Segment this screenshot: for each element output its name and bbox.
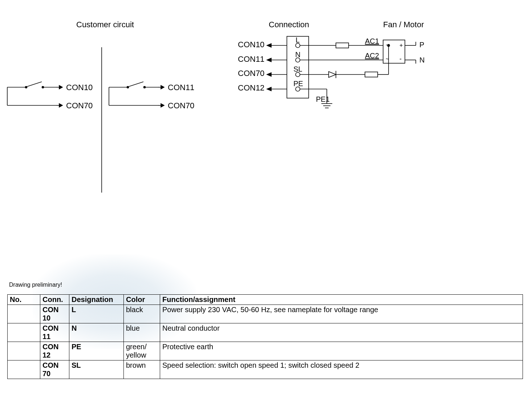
th-func: Function/assignment [160,295,523,305]
cell-func: Speed selection: switch open speed 1; sw… [160,360,523,379]
terminal-PE: PE [293,80,303,88]
cell-no [8,323,40,342]
table-row: CON 11 N blue Neutral conductor [8,323,523,342]
svg-point-14 [127,86,129,88]
svg-point-3 [25,86,27,88]
table-row: CON 12 PE green/ yellow Protective earth [8,342,523,360]
svg-marker-10 [59,104,62,107]
label-con11-r: CON11 [238,55,264,64]
svg-marker-24 [267,58,271,62]
minus-sign: - [399,55,402,63]
connection-block: CON10 CON11 CON70 CON12 L N SL PE [238,36,425,108]
cell-conn: CON 11 [40,323,69,342]
svg-marker-22 [267,44,271,47]
label-con10-left: CON10 [66,83,93,92]
label-con70-mid: CON70 [168,101,194,110]
label-con10-r: CON10 [238,40,264,49]
cell-color: brown [124,360,160,379]
table-header-row: No. Conn. Designation Color Function/ass… [8,295,523,305]
label-motor-p: P [419,41,424,49]
svg-marker-28 [267,87,271,91]
cell-func: Power supply 230 VAC, 50-60 Hz, see name… [160,305,523,323]
note-preliminary: Drawing preliminary! [9,282,62,288]
cell-conn: CON 10 [40,305,69,323]
table-row: CON 10 L black Power supply 230 VAC, 50-… [8,305,523,323]
cell-desig: SL [69,360,124,379]
svg-marker-38 [329,72,336,77]
cell-no [8,342,40,360]
table-row: CON 70 SL brown Speed selection: switch … [8,360,523,379]
cell-no [8,360,40,379]
label-ac1: AC1 [365,37,379,45]
customer-circuit-mid: CON11 CON70 [109,82,194,110]
svg-line-15 [129,82,143,86]
cell-desig: N [69,323,124,342]
schematic-diagram: CON10 CON70 CON11 CON70 CON10 CO [0,33,532,214]
svg-point-16 [144,86,146,88]
th-no: No. [8,295,40,305]
label-con70-left: CON70 [66,101,93,110]
cell-color: blue [124,323,160,342]
label-con11-mid: CON11 [168,83,194,92]
svg-line-4 [27,82,42,86]
label-pe1: PE1 [316,95,330,103]
cell-color: green/ yellow [124,342,160,360]
th-desig: Designation [69,295,124,305]
component-box-sl [365,72,378,77]
label-con70-r: CON70 [238,69,264,78]
svg-marker-19 [161,85,164,89]
customer-circuit-left: CON10 CON70 [7,82,93,110]
cell-conn: CON 70 [40,360,69,379]
svg-marker-8 [59,85,62,89]
tilde-bot: ~ [386,56,389,62]
label-motor-n: N [419,56,425,64]
section-label-customer: Customer circuit [76,20,134,29]
tilde-top: ~ [386,42,389,48]
cell-color: black [124,305,160,323]
cell-func: Neutral conductor [160,323,523,342]
svg-marker-21 [161,104,164,107]
label-con12-r: CON12 [238,83,264,92]
label-ac2: AC2 [365,52,379,60]
th-color: Color [124,295,160,305]
plus-sign: + [399,42,403,48]
cell-no [8,305,40,323]
terminal-L: L [296,36,300,44]
section-label-fanmotor: Fan / Motor [383,20,424,29]
cell-func: Protective earth [160,342,523,360]
th-conn: Conn. [40,295,69,305]
terminal-N: N [295,51,300,59]
section-label-connection: Connection [269,20,309,29]
svg-point-5 [42,86,44,88]
cell-conn: CON 12 [40,342,69,360]
cell-desig: PE [69,342,124,360]
component-box-top [336,43,349,48]
svg-marker-26 [267,73,271,76]
connection-table: No. Conn. Designation Color Function/ass… [7,294,523,379]
cell-desig: L [69,305,124,323]
terminal-SL: SL [293,65,302,73]
